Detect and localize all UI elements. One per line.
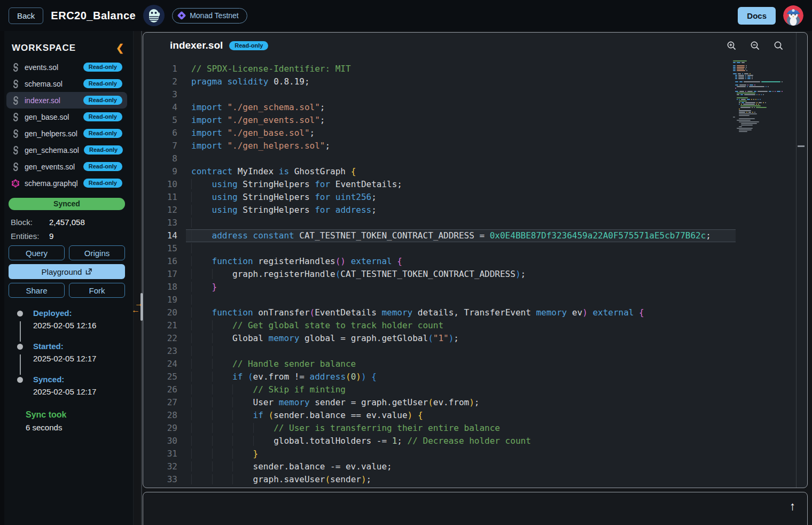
sidebar-item-events.sol[interactable]: events.solRead-only: [6, 59, 127, 75]
collapse-sidebar-icon[interactable]: ❮: [116, 43, 124, 53]
code-line-14: 14 address constant CAT_TESTNET_TOKEN_CO…: [143, 229, 807, 242]
timeline-label: Synced:: [33, 375, 134, 384]
expand-panel-up-arrow[interactable]: ↑: [786, 500, 799, 513]
search-icon[interactable]: [774, 41, 784, 51]
code-editor-panel: indexer.sol Read-only 1// SPDX-License-I…: [143, 32, 808, 488]
file-name: events.sol: [25, 63, 58, 72]
scrollbar-track: [796, 33, 797, 488]
code-line-31: 31 }: [143, 447, 807, 460]
readonly-badge: Read-only: [83, 63, 122, 72]
collapse-left-arrow-icon[interactable]: ←: [131, 306, 140, 314]
readonly-badge: Read-only: [83, 112, 122, 121]
solidity-file-icon: [12, 113, 20, 121]
code-line-1: 1// SPDX-License-Identifier: MIT: [143, 63, 807, 75]
code-line-12: 12 using StringHelpers for address;: [143, 204, 807, 217]
file-name: gen_events.sol: [25, 163, 75, 171]
file-name: schema.graphql: [25, 179, 78, 188]
block-label: Block:: [11, 218, 49, 227]
timeline-item: Started:2025-02-05 12:17: [11, 342, 134, 363]
code-line-29: 29 // User is transferring their entire …: [143, 422, 807, 435]
code-line-22: 22 Global memory global = graph.getGloba…: [143, 332, 807, 345]
entities-value: 9: [49, 231, 53, 241]
graphql-file-icon: [11, 179, 20, 188]
code-line-5: 5import "./gen_events.sol";: [143, 114, 807, 127]
sidebar-item-schema.sol[interactable]: schema.solRead-only: [6, 75, 127, 92]
ghostgraph-logo-icon: [143, 5, 165, 26]
back-button[interactable]: Back: [9, 7, 43, 24]
code-line-17: 17 graph.registerHandle(CAT_TESTNET_TOKE…: [143, 268, 807, 281]
network-label: Monad Testnet: [190, 11, 239, 20]
code-area[interactable]: 1// SPDX-License-Identifier: MIT2pragma …: [143, 58, 807, 486]
code-line-24: 24 // Handle sender balance: [143, 358, 807, 370]
file-name: indexer.sol: [25, 96, 60, 105]
network-badge[interactable]: Monad Testnet: [172, 8, 247, 24]
app-header: Back ERC20_Balance Monad Testnet Docs: [0, 0, 812, 31]
query-button[interactable]: Query: [9, 245, 65, 260]
external-link-icon: [85, 268, 92, 275]
editor-filename: indexer.sol: [170, 40, 223, 51]
bottom-panel: ↑: [143, 492, 808, 525]
playground-button[interactable]: Playground: [9, 264, 125, 279]
code-line-23: 23: [143, 345, 807, 358]
readonly-badge: Read-only: [84, 145, 123, 155]
code-line-15: 15: [143, 242, 807, 255]
sidebar-item-gen_base.sol[interactable]: gen_base.solRead-only: [6, 109, 127, 125]
docs-button[interactable]: Docs: [738, 7, 776, 25]
status-badge: Synced: [9, 198, 125, 210]
readonly-badge: Read-only: [83, 179, 122, 188]
code-line-9: 9contract MyIndex is GhostGraph {: [143, 165, 807, 178]
workspace-sidebar: WORKSPACE ❮ events.solRead-onlyschema.so…: [0, 31, 134, 525]
readonly-badge: Read-only: [83, 162, 122, 171]
user-avatar[interactable]: [783, 5, 803, 26]
sidebar-item-schema.graphql[interactable]: schema.graphqlRead-only: [6, 175, 127, 191]
block-value: 2,457,058: [49, 218, 85, 227]
solidity-file-icon: [12, 146, 20, 155]
scrollbar-thumb[interactable]: [798, 145, 805, 147]
file-name: gen_base.sol: [25, 113, 69, 121]
code-line-21: 21 // Get global state to track holder c…: [143, 319, 807, 332]
code-line-27: 27 User memory sender = graph.getUser(ev…: [143, 396, 807, 409]
origins-button[interactable]: Origins: [69, 245, 125, 260]
code-line-4: 4import "./gen_schema.sol";: [143, 101, 807, 114]
code-line-8: 8: [143, 152, 807, 165]
timeline-connector: [20, 354, 21, 375]
code-line-18: 18 }: [143, 281, 807, 294]
panel-divider: [141, 31, 142, 525]
sidebar-item-indexer.sol[interactable]: indexer.solRead-only: [6, 92, 127, 109]
zoom-in-icon[interactable]: [727, 41, 737, 51]
solidity-file-icon: [12, 129, 20, 138]
fork-button[interactable]: Fork: [69, 283, 125, 298]
solidity-file-icon: [12, 96, 20, 105]
timeline-item: Deployed:2025-02-05 12:16: [11, 308, 134, 330]
deployment-timeline: Deployed:2025-02-05 12:16Started:2025-02…: [11, 308, 134, 396]
readonly-badge: Read-only: [83, 79, 122, 88]
sync-took-label: Sync took: [26, 410, 134, 420]
code-line-2: 2pragma solidity 0.8.19;: [143, 75, 807, 88]
sync-took-value: 6 seconds: [26, 423, 134, 432]
share-button[interactable]: Share: [9, 283, 65, 298]
timeline-item: Synced:2025-02-05 12:17: [11, 375, 134, 396]
code-line-33: 33 graph.saveUser(sender);: [143, 473, 807, 486]
entities-label: Entities:: [11, 231, 49, 241]
workspace-title: WORKSPACE: [12, 43, 116, 53]
app-root: Back ERC20_Balance Monad Testnet Docs: [0, 0, 812, 525]
readonly-badge: Read-only: [83, 129, 122, 138]
sidebar-item-gen_helpers.sol[interactable]: gen_helpers.solRead-only: [6, 125, 127, 142]
code-line-20: 20 function onTransfer(EventDetails memo…: [143, 306, 807, 319]
playground-label: Playground: [42, 267, 82, 276]
timeline-label: Deployed:: [33, 308, 134, 318]
code-line-30: 30 global.totalHolders -= 1; // Decrease…: [143, 435, 807, 447]
solidity-file-icon: [12, 63, 20, 72]
file-list: events.solRead-onlyschema.solRead-onlyin…: [0, 59, 134, 191]
monad-icon: [177, 11, 186, 20]
sidebar-item-gen_events.sol[interactable]: gen_events.solRead-only: [6, 158, 127, 175]
code-line-32: 32 sender.balance -= ev.value;: [143, 460, 807, 473]
sidebar-item-gen_schema.sol[interactable]: gen_schema.solRead-only: [6, 142, 127, 158]
code-line-13: 13: [143, 217, 807, 229]
timeline-timestamp: 2025-02-05 12:17: [33, 354, 134, 363]
minimap[interactable]: [733, 60, 792, 135]
timeline-dot: [17, 377, 23, 383]
code-line-7: 7import "./gen_helpers.sol";: [143, 140, 807, 152]
zoom-out-icon[interactable]: [750, 41, 760, 51]
code-line-10: 10 using StringHelpers for EventDetails;: [143, 178, 807, 191]
